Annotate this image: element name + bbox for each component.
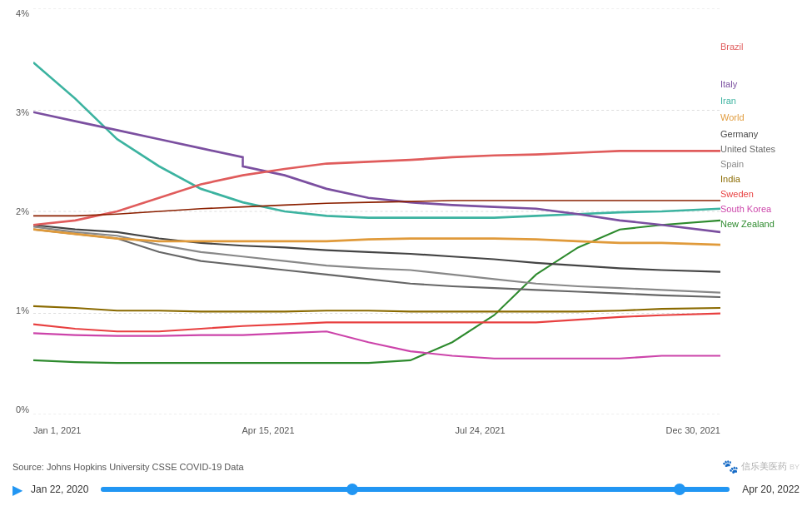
x-label-jan2021: Jan 1, 2021	[33, 425, 82, 435]
legend-spain: Spain	[720, 159, 808, 169]
legend-iran: Iran	[720, 96, 808, 106]
end-date-label: Apr 20, 2022	[742, 484, 800, 495]
legend-world: World	[720, 112, 808, 122]
y-label-2: 2%	[16, 206, 29, 216]
start-date-label: Jan 22, 2020	[31, 484, 88, 495]
y-axis: 4% 3% 2% 1% 0%	[0, 8, 33, 414]
watermark-suffix: BY	[790, 463, 800, 471]
chart-svg	[33, 8, 720, 414]
legend-usa: United States	[720, 144, 808, 154]
x-label-apr2021: Apr 15, 2021	[242, 425, 295, 435]
play-button[interactable]: ▶	[12, 482, 22, 498]
y-label-1: 1%	[16, 305, 29, 315]
source-bar: Source: Johns Hopkins University CSSE CO…	[0, 456, 812, 477]
slider-thumb-end[interactable]	[674, 484, 685, 495]
watermark-text: 信乐美医药	[741, 460, 787, 473]
y-label-0: 0%	[16, 404, 29, 414]
slider-thumb-start[interactable]	[346, 484, 358, 495]
source-text: Source: Johns Hopkins University CSSE CO…	[12, 462, 244, 472]
legend-newzealand: New Zealand	[720, 219, 808, 229]
timeline-slider[interactable]	[101, 487, 730, 492]
slider-fill	[101, 487, 730, 492]
x-label-dec2021: Dec 30, 2021	[666, 425, 720, 435]
chart-area	[33, 8, 720, 414]
watermark: 🐾 信乐美医药 BY	[722, 459, 800, 474]
main-container: 4% 3% 2% 1% 0%	[0, 0, 812, 506]
legend-germany: Germany	[720, 129, 808, 139]
y-label-3: 3%	[16, 107, 29, 117]
legend-southkorea: South Korea	[720, 204, 808, 214]
y-label-4: 4%	[16, 8, 29, 18]
playback-bar: ▶ Jan 22, 2020 Apr 20, 2022	[0, 477, 812, 502]
x-axis: Jan 1, 2021 Apr 15, 2021 Jul 24, 2021 De…	[33, 425, 720, 435]
legend-brazil: Brazil	[720, 42, 808, 52]
legend-sweden: Sweden	[720, 189, 808, 199]
legend-italy: Italy	[720, 79, 808, 89]
legend-india: India	[720, 174, 808, 184]
x-label-jul2021: Jul 24, 2021	[456, 425, 506, 435]
legend: Brazil Italy Iran World Germany United S…	[720, 8, 808, 414]
